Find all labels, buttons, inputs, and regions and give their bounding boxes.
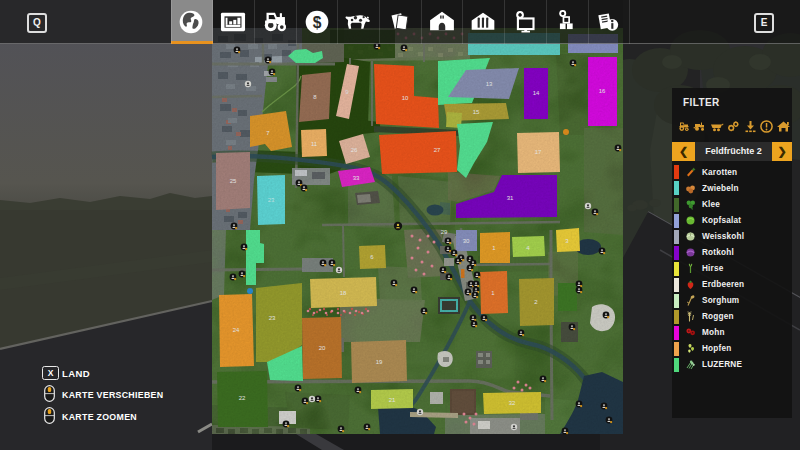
svg-text:$: $	[312, 14, 321, 31]
